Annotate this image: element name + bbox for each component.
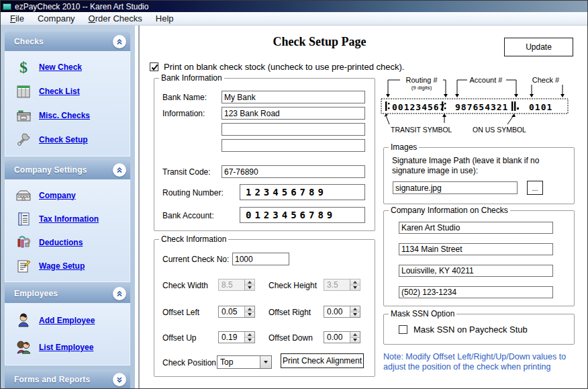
svg-text:Account #: Account # [470,76,503,84]
current-check-no-input[interactable] [232,253,289,265]
micr-sample-diagram: Routing # (9 digits) Account # Check # [380,76,576,138]
routing-number-input[interactable] [240,184,365,200]
spin-down-icon [350,286,360,291]
offset-left-spinner[interactable]: 0.05 [218,306,255,318]
sidebar-item-tax-information[interactable]: Tax Information [8,207,127,230]
panel-header-company-settings[interactable]: Company Settings [5,160,130,179]
bank-name-label: Bank Name: [162,93,207,102]
spin-up-icon [350,279,360,286]
spin-up-button[interactable] [245,306,254,312]
print-check-alignment-button[interactable]: Print Check Alignment [281,353,364,368]
panel-body: Company Tax Information Deductions [5,179,130,282]
menu-order-checks[interactable]: Order Checks [82,13,149,24]
company-icon [8,187,39,204]
sidebar-item-new-check[interactable]: $ New Check [8,55,127,79]
panel-header-forms-and-reports[interactable]: Forms and Reports [5,370,130,389]
signature-path-input[interactable] [393,181,518,194]
svg-text:Check #: Check # [532,76,560,84]
offset-down-spinner[interactable]: 0.00 [324,331,360,343]
combo-arrow-icon[interactable] [260,356,271,368]
sidebar-item-wage-setup[interactable]: Wage Setup [8,254,127,277]
collapse-button[interactable] [113,35,126,48]
panel-title: Employees [14,289,58,298]
browse-button[interactable]: ... [527,181,543,195]
spin-up-button[interactable] [245,332,254,338]
company-street-input[interactable] [399,243,553,255]
sidebar-item-check-setup[interactable]: Check Setup [8,128,127,152]
main-content: Check Setup Page Update Print on blank c… [138,26,587,388]
menu-help[interactable]: Help [149,13,181,24]
information-input-3[interactable] [222,139,365,152]
company-city-input[interactable] [399,265,553,277]
check-setup-icon [8,132,39,148]
chevron-down-icon [115,376,124,384]
company-phone-input[interactable] [399,286,553,298]
check-mark-icon [151,64,158,71]
wage-setup-icon [8,258,39,274]
spin-down-button[interactable] [350,338,360,343]
mask-ssn-label: Mask SSN on Paycheck Stub [413,325,528,335]
offset-right-spinner[interactable]: 0.00 [324,306,360,318]
panel-header-checks[interactable]: Checks [5,32,130,51]
sidebar-panel-forms-and-reports: Forms and Reports [5,370,130,389]
offset-down-label: Offset Down [268,333,313,343]
sidebar: Checks $ New Check Check List [1,26,135,389]
check-position-select[interactable]: Top [217,355,272,369]
group-title: Company Information on Checks [389,206,510,215]
check-width-label: Check Width [162,281,208,290]
expand-button[interactable] [113,373,126,386]
page-title: Check Setup Page [239,35,400,49]
sidebar-item-deductions[interactable]: Deductions [8,230,127,254]
menu-bar: File Company Order Checks Help [1,12,587,26]
spin-down-button[interactable] [245,312,254,318]
bank-information-group: Bank Information Bank Name: Information:… [154,78,375,231]
panel-body: Add Employee List Employee [5,303,130,365]
sidebar-item-list-employee[interactable]: List Employee [8,334,127,361]
information-input-2[interactable] [222,123,365,136]
chevron-up-icon [115,38,124,46]
current-check-no-label: Current Check No: [162,255,229,264]
company-name-input[interactable] [399,222,553,234]
mask-ssn-checkbox[interactable] [399,325,407,334]
deductions-icon [8,234,39,251]
collapse-button[interactable] [113,163,126,177]
app-icon [3,3,11,10]
offset-up-label: Offset Up [162,333,196,343]
offset-up-spinner[interactable]: 0.19 [218,331,255,343]
spin-down-button[interactable] [350,312,360,318]
sidebar-item-check-list[interactable]: Check List [8,79,127,103]
svg-text:Routing #: Routing # [405,76,438,84]
update-button[interactable]: Update [504,38,573,56]
print-blank-check-checkbox[interactable] [150,62,158,71]
panel-title: Company Settings [14,165,87,175]
svg-text:001234567: 001234567 [392,102,445,112]
panel-header-employees[interactable]: Employees [5,284,130,303]
collapse-button[interactable] [113,287,126,300]
svg-text:987654321: 987654321 [455,102,508,112]
check-position-label: Check Position [162,358,216,368]
spin-down-button[interactable] [245,338,254,343]
check-height-spinner: 3.5 [324,279,360,291]
offset-note: Note: Modify Offset Left/Right/Up/Down v… [383,352,585,372]
misc-checks-icon [8,107,39,124]
check-information-group: Check Information Current Check No: Chec… [154,239,375,377]
dollar-icon: $ [8,58,39,77]
bank-name-input[interactable] [222,91,365,103]
bank-account-label: Bank Account: [162,211,214,220]
sidebar-item-company[interactable]: Company [8,183,127,207]
transit-code-input[interactable] [222,165,365,178]
offset-left-label: Offset Left [162,308,199,317]
sidebar-item-misc-checks[interactable]: Misc. Checks [8,103,127,128]
panel-title: Checks [14,37,44,46]
bank-account-input[interactable] [240,207,365,223]
spin-up-button[interactable] [350,306,360,312]
information-input-1[interactable] [222,107,365,120]
spin-up-icon [245,279,254,286]
svg-text:ON US SYMBOL: ON US SYMBOL [473,126,526,134]
menu-company[interactable]: Company [31,13,82,24]
svg-text:0101: 0101 [529,102,552,112]
spin-up-button[interactable] [350,332,360,338]
sidebar-panel-company-settings: Company Settings Company Tax Information [5,160,130,282]
sidebar-item-add-employee[interactable]: Add Employee [8,307,127,334]
menu-file[interactable]: File [3,13,31,24]
